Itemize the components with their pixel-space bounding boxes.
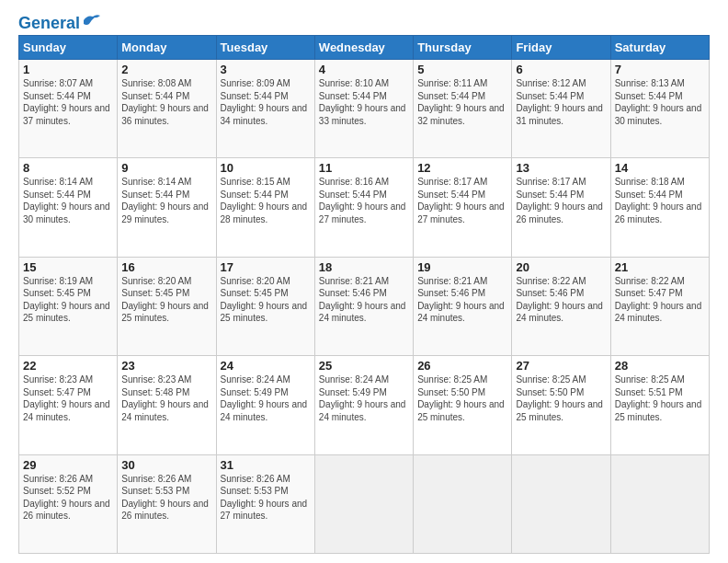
- cell-info: Sunrise: 8:21 AMSunset: 5:46 PMDaylight:…: [319, 276, 406, 324]
- day-number: 22: [23, 359, 113, 373]
- col-header-monday: Monday: [118, 36, 216, 60]
- day-number: 27: [516, 359, 606, 373]
- calendar-cell: 14Sunrise: 8:18 AMSunset: 5:44 PMDayligh…: [610, 158, 709, 257]
- cell-info: Sunrise: 8:24 AMSunset: 5:49 PMDaylight:…: [221, 374, 308, 422]
- cell-info: Sunrise: 8:22 AMSunset: 5:47 PMDaylight:…: [615, 276, 702, 324]
- logo: General: [18, 15, 102, 28]
- cell-info: Sunrise: 8:22 AMSunset: 5:46 PMDaylight:…: [516, 276, 603, 324]
- calendar-cell: 31Sunrise: 8:26 AMSunset: 5:53 PMDayligh…: [216, 454, 314, 553]
- day-number: 21: [615, 260, 705, 274]
- calendar-cell: 2Sunrise: 8:08 AMSunset: 5:44 PMDaylight…: [118, 60, 216, 158]
- calendar-cell: 19Sunrise: 8:21 AMSunset: 5:46 PMDayligh…: [414, 257, 512, 355]
- calendar-cell: 24Sunrise: 8:24 AMSunset: 5:49 PMDayligh…: [216, 356, 314, 454]
- cell-info: Sunrise: 8:17 AMSunset: 5:44 PMDaylight:…: [417, 177, 505, 224]
- logo-bird-icon: [82, 13, 102, 29]
- day-number: 14: [615, 161, 705, 175]
- calendar-cell: 7Sunrise: 8:13 AMSunset: 5:44 PMDaylight…: [610, 60, 709, 158]
- cell-info: Sunrise: 8:25 AMSunset: 5:50 PMDaylight:…: [417, 374, 505, 422]
- calendar-cell: 20Sunrise: 8:22 AMSunset: 5:46 PMDayligh…: [512, 257, 610, 355]
- calendar-cell: 23Sunrise: 8:23 AMSunset: 5:48 PMDayligh…: [118, 356, 216, 454]
- cell-info: Sunrise: 8:17 AMSunset: 5:44 PMDaylight:…: [516, 177, 603, 224]
- col-header-tuesday: Tuesday: [216, 36, 314, 60]
- day-number: 10: [221, 161, 311, 175]
- calendar-cell: 4Sunrise: 8:10 AMSunset: 5:44 PMDaylight…: [314, 60, 413, 158]
- day-number: 18: [319, 260, 409, 274]
- cell-info: Sunrise: 8:23 AMSunset: 5:47 PMDaylight:…: [23, 374, 110, 422]
- calendar-cell: 5Sunrise: 8:11 AMSunset: 5:44 PMDaylight…: [414, 60, 512, 158]
- day-number: 17: [221, 260, 311, 274]
- cell-info: Sunrise: 8:13 AMSunset: 5:44 PMDaylight:…: [615, 78, 702, 126]
- calendar-cell: 16Sunrise: 8:20 AMSunset: 5:45 PMDayligh…: [118, 257, 216, 355]
- cell-info: Sunrise: 8:15 AMSunset: 5:44 PMDaylight:…: [221, 177, 308, 224]
- logo-general: General: [18, 14, 80, 32]
- cell-info: Sunrise: 8:08 AMSunset: 5:44 PMDaylight:…: [121, 78, 209, 126]
- col-header-wednesday: Wednesday: [314, 36, 413, 60]
- calendar-cell: 11Sunrise: 8:16 AMSunset: 5:44 PMDayligh…: [314, 158, 413, 257]
- cell-info: Sunrise: 8:25 AMSunset: 5:50 PMDaylight:…: [516, 374, 603, 422]
- cell-info: Sunrise: 8:10 AMSunset: 5:44 PMDaylight:…: [319, 78, 406, 126]
- calendar-cell: 3Sunrise: 8:09 AMSunset: 5:44 PMDaylight…: [216, 60, 314, 158]
- cell-info: Sunrise: 8:20 AMSunset: 5:45 PMDaylight:…: [221, 276, 308, 324]
- col-header-sunday: Sunday: [19, 36, 118, 60]
- day-number: 2: [121, 63, 211, 76]
- day-number: 11: [319, 161, 409, 175]
- calendar-cell: [414, 454, 512, 553]
- day-number: 29: [23, 458, 113, 472]
- cell-info: Sunrise: 8:18 AMSunset: 5:44 PMDaylight:…: [615, 177, 702, 224]
- calendar-cell: [610, 454, 709, 553]
- calendar-week-2: 15Sunrise: 8:19 AMSunset: 5:45 PMDayligh…: [19, 257, 710, 355]
- day-number: 12: [417, 161, 507, 175]
- day-number: 9: [121, 161, 211, 175]
- calendar-cell: 26Sunrise: 8:25 AMSunset: 5:50 PMDayligh…: [414, 356, 512, 454]
- calendar-cell: 13Sunrise: 8:17 AMSunset: 5:44 PMDayligh…: [512, 158, 610, 257]
- day-number: 8: [23, 161, 113, 175]
- header: General: [18, 15, 710, 28]
- day-number: 31: [221, 458, 311, 472]
- calendar-cell: 25Sunrise: 8:24 AMSunset: 5:49 PMDayligh…: [314, 356, 413, 454]
- calendar-cell: 12Sunrise: 8:17 AMSunset: 5:44 PMDayligh…: [414, 158, 512, 257]
- cell-info: Sunrise: 8:14 AMSunset: 5:44 PMDaylight:…: [23, 177, 110, 224]
- day-number: 16: [121, 260, 211, 274]
- day-number: 20: [516, 260, 606, 274]
- calendar-cell: 6Sunrise: 8:12 AMSunset: 5:44 PMDaylight…: [512, 60, 610, 158]
- calendar-cell: 17Sunrise: 8:20 AMSunset: 5:45 PMDayligh…: [216, 257, 314, 355]
- day-number: 25: [319, 359, 409, 373]
- cell-info: Sunrise: 8:26 AMSunset: 5:53 PMDaylight:…: [221, 474, 308, 522]
- cell-info: Sunrise: 8:26 AMSunset: 5:53 PMDaylight:…: [121, 474, 209, 522]
- cell-info: Sunrise: 8:09 AMSunset: 5:44 PMDaylight:…: [221, 78, 308, 126]
- cell-info: Sunrise: 8:12 AMSunset: 5:44 PMDaylight:…: [516, 78, 603, 126]
- calendar-cell: 30Sunrise: 8:26 AMSunset: 5:53 PMDayligh…: [118, 454, 216, 553]
- calendar-cell: 22Sunrise: 8:23 AMSunset: 5:47 PMDayligh…: [19, 356, 118, 454]
- col-header-friday: Friday: [512, 36, 610, 60]
- day-number: 23: [121, 359, 211, 373]
- calendar-cell: [314, 454, 413, 553]
- calendar-cell: 9Sunrise: 8:14 AMSunset: 5:44 PMDaylight…: [118, 158, 216, 257]
- calendar-cell: 15Sunrise: 8:19 AMSunset: 5:45 PMDayligh…: [19, 257, 118, 355]
- cell-info: Sunrise: 8:11 AMSunset: 5:44 PMDaylight:…: [417, 78, 505, 126]
- day-number: 15: [23, 260, 113, 274]
- calendar-week-0: 1Sunrise: 8:07 AMSunset: 5:44 PMDaylight…: [19, 60, 710, 158]
- calendar-cell: 28Sunrise: 8:25 AMSunset: 5:51 PMDayligh…: [610, 356, 709, 454]
- calendar-week-3: 22Sunrise: 8:23 AMSunset: 5:47 PMDayligh…: [19, 356, 710, 454]
- day-number: 5: [417, 63, 507, 76]
- calendar-cell: 18Sunrise: 8:21 AMSunset: 5:46 PMDayligh…: [314, 257, 413, 355]
- col-header-saturday: Saturday: [610, 36, 709, 60]
- day-number: 26: [417, 359, 507, 373]
- calendar-cell: 27Sunrise: 8:25 AMSunset: 5:50 PMDayligh…: [512, 356, 610, 454]
- calendar-cell: 8Sunrise: 8:14 AMSunset: 5:44 PMDaylight…: [19, 158, 118, 257]
- cell-info: Sunrise: 8:24 AMSunset: 5:49 PMDaylight:…: [319, 374, 406, 422]
- calendar-table: SundayMondayTuesdayWednesdayThursdayFrid…: [18, 35, 710, 554]
- day-number: 13: [516, 161, 606, 175]
- cell-info: Sunrise: 8:21 AMSunset: 5:46 PMDaylight:…: [417, 276, 505, 324]
- calendar-week-1: 8Sunrise: 8:14 AMSunset: 5:44 PMDaylight…: [19, 158, 710, 257]
- calendar-cell: 1Sunrise: 8:07 AMSunset: 5:44 PMDaylight…: [19, 60, 118, 158]
- day-number: 4: [319, 63, 409, 76]
- day-number: 6: [516, 63, 606, 76]
- cell-info: Sunrise: 8:16 AMSunset: 5:44 PMDaylight:…: [319, 177, 406, 224]
- day-number: 3: [221, 63, 311, 76]
- day-number: 28: [615, 359, 705, 373]
- cell-info: Sunrise: 8:20 AMSunset: 5:45 PMDaylight:…: [121, 276, 209, 324]
- calendar-week-4: 29Sunrise: 8:26 AMSunset: 5:52 PMDayligh…: [19, 454, 710, 553]
- logo-text: General: [18, 15, 80, 31]
- cell-info: Sunrise: 8:19 AMSunset: 5:45 PMDaylight:…: [23, 276, 110, 324]
